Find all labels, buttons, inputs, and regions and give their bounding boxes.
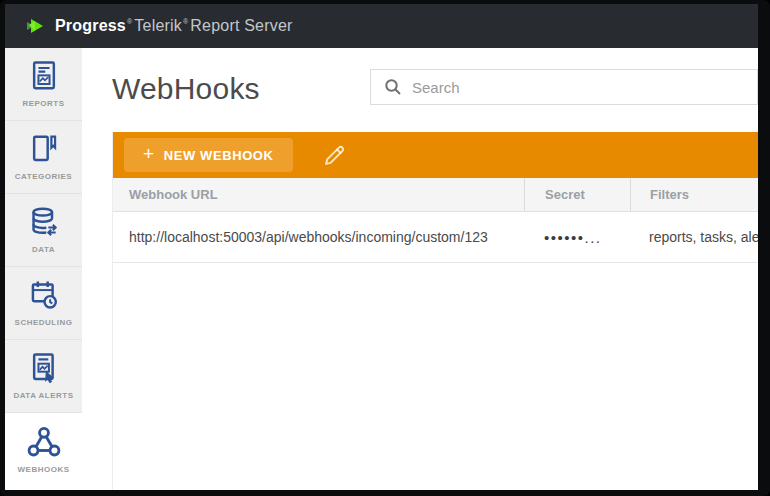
window-frame: Progress®Telerik®Report Server bbox=[0, 0, 770, 496]
search-icon bbox=[384, 78, 402, 96]
progress-logo-icon bbox=[24, 14, 48, 38]
brand-progress: Progress bbox=[55, 17, 126, 34]
report-server-window: Progress®Telerik®Report Server bbox=[5, 4, 758, 490]
sidebar-item-categories[interactable]: CATEGORIES bbox=[5, 121, 82, 194]
webhook-icon bbox=[27, 426, 61, 458]
document-alert-icon bbox=[29, 352, 59, 384]
brand-telerik: Telerik bbox=[134, 17, 182, 34]
database-icon bbox=[29, 206, 59, 238]
column-header-secret[interactable]: Secret bbox=[524, 178, 630, 211]
sidebar-item-label: REPORTS bbox=[22, 99, 64, 108]
sidebar-item-label: DATA bbox=[32, 245, 55, 254]
edit-pencil-icon[interactable] bbox=[321, 142, 348, 169]
brand-text: Progress®Telerik®Report Server bbox=[55, 17, 293, 35]
sidebar: REPORTS CATEGORIES bbox=[5, 48, 82, 490]
column-header-filters[interactable]: Filters bbox=[630, 178, 758, 211]
table-row[interactable]: http://localhost:50003/api/webhooks/inco… bbox=[113, 212, 758, 263]
search-input[interactable] bbox=[412, 70, 757, 104]
sidebar-item-reports[interactable]: REPORTS bbox=[5, 48, 82, 121]
table-header-row: Webhook URL Secret Filters bbox=[113, 178, 758, 212]
calendar-clock-icon bbox=[29, 279, 59, 311]
body: REPORTS CATEGORIES bbox=[5, 48, 758, 490]
content-header: WebHooks bbox=[82, 48, 758, 132]
search-box[interactable] bbox=[370, 69, 758, 105]
categories-folder-icon bbox=[29, 133, 59, 165]
webhook-url-cell: http://localhost:50003/api/webhooks/inco… bbox=[113, 229, 524, 245]
registered-mark: ® bbox=[182, 18, 190, 25]
sidebar-item-scheduling[interactable]: SCHEDULING bbox=[5, 267, 82, 340]
top-bar: Progress®Telerik®Report Server bbox=[5, 4, 758, 48]
main-content: WebHooks + bbox=[82, 48, 758, 490]
sidebar-item-data[interactable]: DATA bbox=[5, 194, 82, 267]
grid-toolbar: + NEW WEBHOOK bbox=[113, 132, 758, 178]
filters-cell: reports, tasks, alerts bbox=[630, 229, 758, 245]
column-header-webhook-url[interactable]: Webhook URL bbox=[113, 187, 524, 202]
sidebar-item-data-alerts[interactable]: DATA ALERTS bbox=[5, 340, 82, 413]
plus-icon: + bbox=[143, 143, 155, 165]
registered-mark: ® bbox=[126, 18, 134, 25]
new-webhook-button[interactable]: + NEW WEBHOOK bbox=[124, 138, 293, 172]
sidebar-item-label: CATEGORIES bbox=[15, 172, 72, 181]
masked-secret: ••••••... bbox=[544, 229, 602, 246]
sidebar-item-label: DATA ALERTS bbox=[13, 391, 73, 400]
secret-cell: ••••••... bbox=[524, 229, 630, 246]
webhooks-grid: + NEW WEBHOOK Webhook URL Secret bbox=[112, 132, 758, 490]
sidebar-item-webhooks[interactable]: WEBHOOKS bbox=[5, 413, 82, 490]
brand-logo: Progress®Telerik®Report Server bbox=[24, 14, 293, 38]
sidebar-item-label: WEBHOOKS bbox=[18, 465, 70, 474]
new-webhook-label: NEW WEBHOOK bbox=[164, 148, 274, 163]
brand-product: Report Server bbox=[190, 17, 292, 34]
report-document-icon bbox=[29, 60, 59, 92]
sidebar-item-label: SCHEDULING bbox=[15, 318, 73, 327]
page-title: WebHooks bbox=[112, 72, 260, 106]
